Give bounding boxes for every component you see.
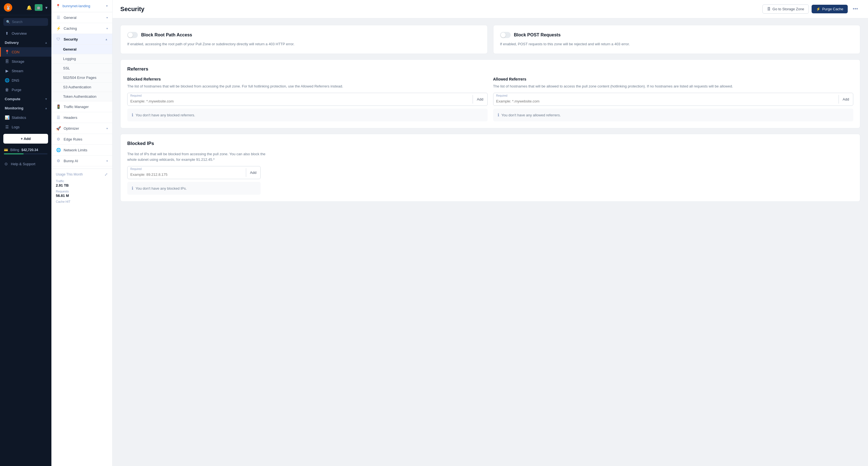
- traffic-icon: 🚦: [56, 104, 61, 109]
- network-limits-label: Network Limits: [64, 148, 87, 152]
- purge-cache-button[interactable]: ⚡ Purge Cache: [812, 5, 848, 13]
- mid-nav-general[interactable]: ☰ General ▾: [52, 12, 112, 23]
- allowed-referrers-input-group: Required Add: [493, 93, 854, 106]
- block-root-toggle[interactable]: [127, 32, 138, 38]
- zone-pin-icon: 📍: [56, 4, 60, 8]
- storage-icon: 🗄: [5, 59, 9, 64]
- monitoring-label: Monitoring: [5, 106, 23, 110]
- bunny-ai-left: ⚙ Bunny AI: [56, 159, 78, 163]
- go-storage-button[interactable]: 🗄 Go to Storage Zone: [763, 4, 809, 13]
- sidebar-item-help[interactable]: ⊙ Help & Support: [0, 159, 52, 169]
- block-root-header: Block Root Path Access: [127, 32, 481, 38]
- block-post-toggle[interactable]: [500, 32, 511, 38]
- header-actions: 🗄 Go to Storage Zone ⚡ Purge Cache •••: [763, 4, 860, 13]
- mid-nav-optimizer[interactable]: 🚀 Optimizer ▾: [52, 123, 112, 134]
- caching-label: Caching: [64, 26, 77, 31]
- mid-nav-headers[interactable]: ☰ Headers: [52, 112, 112, 123]
- blocked-ips-add-button[interactable]: Add: [246, 168, 260, 177]
- delivery-left: Delivery: [5, 40, 19, 45]
- main-content-area: Security 🗄 Go to Storage Zone ⚡ Purge Ca…: [113, 0, 868, 466]
- search-bar[interactable]: 🔍 Search: [3, 18, 48, 26]
- optimizer-icon: 🚀: [56, 126, 61, 131]
- compute-chevron-icon: ▼: [45, 98, 48, 101]
- block-post-card: Block POST Requests If enabled, POST req…: [493, 25, 861, 54]
- toggle-cards-row: Block Root Path Access If enabled, acces…: [120, 25, 860, 54]
- menu-chevron-icon[interactable]: ▾: [45, 5, 48, 10]
- blocked-referrers-title: Blocked Referrers: [127, 77, 488, 81]
- security-icon: 🛡: [56, 37, 61, 41]
- expand-icon[interactable]: ⤢: [104, 172, 108, 177]
- headers-left: ☰ Headers: [56, 115, 77, 120]
- sidebar-item-label: Stream: [12, 69, 23, 73]
- blocked-ips-input[interactable]: [127, 166, 246, 179]
- blocked-referrers-input[interactable]: [127, 93, 473, 105]
- mid-nav-caching[interactable]: ⚡ Caching ▾: [52, 23, 112, 34]
- mid-nav-security[interactable]: 🛡 Security ▲: [52, 34, 112, 45]
- allowed-referrers-add-button[interactable]: Add: [839, 95, 853, 104]
- requests-stat-label: Requests: [56, 190, 108, 193]
- purge-btn-icon: ⚡: [816, 7, 820, 11]
- more-options-button[interactable]: •••: [850, 5, 860, 13]
- billing-bar-fill: [4, 153, 24, 155]
- stream-icon: ▶: [5, 69, 9, 73]
- general-label: General: [64, 15, 76, 20]
- zone-selector[interactable]: 📍 bunnynet-landing ▾: [52, 0, 112, 12]
- info-icon: ℹ: [132, 112, 133, 118]
- sidebar-item-stream[interactable]: ▶ Stream: [0, 66, 52, 75]
- monitoring-left: Monitoring: [5, 106, 23, 110]
- allowed-referrers-input[interactable]: [493, 93, 839, 105]
- sidebar-item-overview[interactable]: ⬆ Overview: [0, 29, 52, 38]
- mid-nav-sec-token-auth[interactable]: Token Authentication: [52, 92, 112, 101]
- blocked-referrers-col: Blocked Referrers The list of hostnames …: [127, 77, 488, 122]
- mid-nav-network-limits[interactable]: 🌐 Network Limits: [52, 145, 112, 156]
- blocked-referrers-empty: ℹ You don't have any blocked referrers.: [127, 108, 488, 121]
- sidebar-section-delivery[interactable]: Delivery ▲: [0, 38, 52, 47]
- billing-label: Billing: [10, 148, 19, 152]
- mid-nav-traffic-manager[interactable]: 🚦 Traffic Manager: [52, 101, 112, 112]
- mid-nav-sec-general[interactable]: General: [52, 45, 112, 54]
- bot-icon[interactable]: 🤖: [35, 4, 42, 11]
- logo: 🐰: [4, 3, 12, 12]
- monitoring-chevron-icon: ▲: [45, 107, 48, 110]
- sidebar: 🐰 🔔 🤖 ▾ 🔍 Search ⬆ Overview Delivery ▲ 📍…: [0, 0, 52, 466]
- security-label: Security: [64, 37, 78, 41]
- general-left: ☰ General: [56, 15, 76, 20]
- traffic-left: 🚦 Traffic Manager: [56, 104, 89, 109]
- sidebar-item-purge[interactable]: 🗑 Purge: [0, 85, 52, 94]
- sidebar-item-logs[interactable]: ☰ Logs: [0, 122, 52, 132]
- compute-label: Compute: [5, 97, 20, 101]
- notification-icon[interactable]: 🔔: [26, 5, 32, 10]
- block-root-title: Block Root Path Access: [141, 33, 192, 37]
- caching-left: ⚡ Caching: [56, 26, 77, 31]
- help-label: Help & Support: [11, 162, 35, 166]
- help-icon: ⊙: [4, 162, 8, 166]
- mid-nav-sec-error-pages[interactable]: 502/504 Error Pages: [52, 73, 112, 82]
- general-icon: ☰: [56, 15, 61, 20]
- block-post-header: Block POST Requests: [500, 32, 854, 38]
- sidebar-item-dns[interactable]: 🌐 DNS: [0, 75, 52, 85]
- info-icon-2: ℹ: [498, 112, 499, 118]
- allowed-referrers-desc: The list of hostnames that will be allow…: [493, 84, 854, 89]
- blocked-ips-empty-text: You don't have any blocked IPs.: [135, 186, 187, 191]
- sidebar-item-statistics[interactable]: 📊 Statistics: [0, 113, 52, 122]
- sidebar-section-monitoring[interactable]: Monitoring ▲: [0, 104, 52, 113]
- sidebar-item-storage[interactable]: 🗄 Storage: [0, 57, 52, 66]
- mid-nav-sec-s3-auth[interactable]: S3 Authentication: [52, 82, 112, 92]
- usage-title-row: Usage This Month ⤢: [56, 172, 108, 177]
- sidebar-section-compute[interactable]: Compute ▼: [0, 94, 52, 104]
- optimizer-left: 🚀 Optimizer: [56, 126, 79, 131]
- statistics-icon: 📊: [5, 115, 9, 120]
- sidebar-item-cdn[interactable]: 📍 CDN: [0, 47, 52, 57]
- mid-nav-bunny-ai[interactable]: ⚙ Bunny AI ▾: [52, 156, 112, 166]
- mid-nav-sec-ssl[interactable]: SSL: [52, 64, 112, 73]
- sidebar-item-label: Purge: [12, 88, 21, 92]
- block-post-title: Block POST Requests: [514, 33, 561, 37]
- usage-cache-stat: Cache HIT: [56, 200, 108, 203]
- headers-label: Headers: [64, 115, 77, 120]
- blocked-referrers-add-button[interactable]: Add: [473, 95, 487, 104]
- mid-nav-sec-logging[interactable]: Logging: [52, 54, 112, 64]
- sidebar-item-label: Overview: [12, 31, 27, 36]
- delivery-chevron-icon: ▲: [45, 41, 48, 44]
- mid-nav-edge-rules[interactable]: ⚙ Edge Rules: [52, 134, 112, 145]
- add-button[interactable]: + Add: [3, 134, 48, 143]
